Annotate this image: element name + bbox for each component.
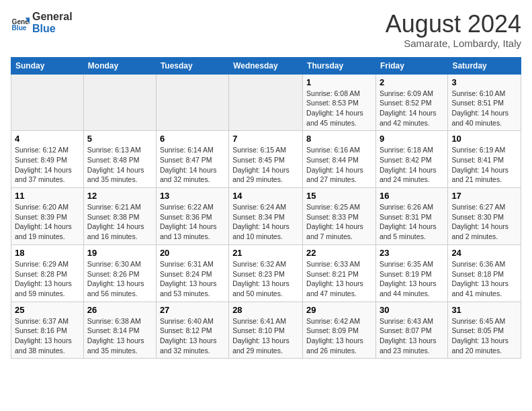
day-number: 15 (306, 191, 372, 201)
week-row-3: 11Sunrise: 6:20 AM Sunset: 8:39 PM Dayli… (11, 188, 521, 245)
cell-3-4: 14Sunrise: 6:24 AM Sunset: 8:34 PM Dayli… (229, 188, 303, 245)
col-header-friday: Friday (375, 57, 447, 74)
day-number: 24 (451, 248, 517, 258)
day-number: 4 (15, 134, 80, 144)
week-row-4: 18Sunrise: 6:29 AM Sunset: 8:28 PM Dayli… (11, 244, 521, 302)
day-info: Sunrise: 6:18 AM Sunset: 8:42 PM Dayligh… (380, 145, 444, 185)
day-info: Sunrise: 6:45 AM Sunset: 8:05 PM Dayligh… (451, 316, 517, 356)
day-info: Sunrise: 6:22 AM Sunset: 8:36 PM Dayligh… (160, 202, 225, 242)
cell-2-4: 7Sunrise: 6:15 AM Sunset: 8:45 PM Daylig… (229, 131, 303, 188)
day-number: 20 (160, 248, 225, 258)
cell-4-2: 19Sunrise: 6:30 AM Sunset: 8:26 PM Dayli… (83, 244, 156, 302)
col-header-monday: Monday (83, 57, 156, 74)
cell-4-5: 22Sunrise: 6:33 AM Sunset: 8:21 PM Dayli… (303, 244, 376, 302)
col-header-sunday: Sunday (11, 57, 84, 74)
cell-3-1: 11Sunrise: 6:20 AM Sunset: 8:39 PM Dayli… (11, 188, 84, 245)
day-number: 29 (306, 305, 372, 315)
cell-1-6: 2Sunrise: 6:09 AM Sunset: 8:52 PM Daylig… (375, 74, 447, 131)
cell-5-5: 29Sunrise: 6:42 AM Sunset: 8:09 PM Dayli… (303, 302, 376, 359)
day-number: 31 (451, 305, 517, 315)
day-info: Sunrise: 6:30 AM Sunset: 8:26 PM Dayligh… (87, 259, 152, 299)
cell-3-6: 16Sunrise: 6:26 AM Sunset: 8:31 PM Dayli… (375, 188, 447, 245)
day-info: Sunrise: 6:19 AM Sunset: 8:41 PM Dayligh… (451, 145, 517, 185)
cell-4-1: 18Sunrise: 6:29 AM Sunset: 8:28 PM Dayli… (11, 244, 84, 302)
day-number: 10 (451, 134, 517, 144)
day-info: Sunrise: 6:25 AM Sunset: 8:33 PM Dayligh… (306, 202, 372, 242)
day-info: Sunrise: 6:32 AM Sunset: 8:23 PM Dayligh… (232, 259, 299, 299)
day-info: Sunrise: 6:40 AM Sunset: 8:12 PM Dayligh… (160, 316, 225, 356)
day-info: Sunrise: 6:21 AM Sunset: 8:38 PM Dayligh… (87, 202, 152, 242)
col-header-thursday: Thursday (303, 57, 376, 74)
col-header-tuesday: Tuesday (156, 57, 228, 74)
day-info: Sunrise: 6:42 AM Sunset: 8:09 PM Dayligh… (306, 316, 372, 356)
day-number: 26 (87, 305, 152, 315)
day-number: 22 (306, 248, 372, 258)
cell-1-7: 3Sunrise: 6:10 AM Sunset: 8:51 PM Daylig… (448, 74, 521, 131)
day-number: 7 (232, 134, 299, 144)
logo-blue: Blue (32, 23, 73, 35)
day-number: 5 (87, 134, 152, 144)
week-row-2: 4Sunrise: 6:12 AM Sunset: 8:49 PM Daylig… (11, 131, 521, 188)
day-info: Sunrise: 6:31 AM Sunset: 8:24 PM Dayligh… (160, 259, 225, 299)
title-block: August 2024 Samarate, Lombardy, Italy (386, 11, 521, 49)
cell-2-2: 5Sunrise: 6:13 AM Sunset: 8:48 PM Daylig… (83, 131, 156, 188)
week-row-5: 25Sunrise: 6:37 AM Sunset: 8:16 PM Dayli… (11, 302, 521, 359)
page-header: General Blue General Blue August 2024 Sa… (11, 11, 521, 49)
day-info: Sunrise: 6:16 AM Sunset: 8:44 PM Dayligh… (306, 145, 372, 185)
day-info: Sunrise: 6:20 AM Sunset: 8:39 PM Dayligh… (15, 202, 80, 242)
logo-general: General (32, 11, 73, 23)
cell-2-3: 6Sunrise: 6:14 AM Sunset: 8:47 PM Daylig… (156, 131, 228, 188)
day-info: Sunrise: 6:15 AM Sunset: 8:45 PM Dayligh… (232, 145, 299, 185)
cell-3-7: 17Sunrise: 6:27 AM Sunset: 8:30 PM Dayli… (448, 188, 521, 245)
day-number: 30 (380, 305, 444, 315)
day-info: Sunrise: 6:38 AM Sunset: 8:14 PM Dayligh… (87, 316, 152, 356)
svg-text:Blue: Blue (12, 24, 27, 31)
day-number: 25 (15, 305, 80, 315)
day-number: 8 (306, 134, 372, 144)
day-number: 17 (451, 191, 517, 201)
day-number: 6 (160, 134, 225, 144)
day-number: 3 (451, 77, 517, 87)
day-info: Sunrise: 6:33 AM Sunset: 8:21 PM Dayligh… (306, 259, 372, 299)
day-info: Sunrise: 6:36 AM Sunset: 8:18 PM Dayligh… (451, 259, 517, 299)
cell-5-6: 30Sunrise: 6:43 AM Sunset: 8:07 PM Dayli… (375, 302, 447, 359)
cell-4-7: 24Sunrise: 6:36 AM Sunset: 8:18 PM Dayli… (448, 244, 521, 302)
day-number: 16 (380, 191, 444, 201)
subtitle: Samarate, Lombardy, Italy (386, 38, 521, 49)
day-info: Sunrise: 6:26 AM Sunset: 8:31 PM Dayligh… (380, 202, 444, 242)
day-number: 23 (380, 248, 444, 258)
day-number: 2 (380, 77, 444, 87)
cell-5-1: 25Sunrise: 6:37 AM Sunset: 8:16 PM Dayli… (11, 302, 84, 359)
day-info: Sunrise: 6:08 AM Sunset: 8:53 PM Dayligh… (306, 89, 372, 128)
calendar-table: SundayMondayTuesdayWednesdayThursdayFrid… (11, 57, 521, 359)
cell-5-3: 27Sunrise: 6:40 AM Sunset: 8:12 PM Dayli… (156, 302, 228, 359)
week-row-1: 1Sunrise: 6:08 AM Sunset: 8:53 PM Daylig… (11, 74, 521, 131)
cell-4-3: 20Sunrise: 6:31 AM Sunset: 8:24 PM Dayli… (156, 244, 228, 302)
cell-5-4: 28Sunrise: 6:41 AM Sunset: 8:10 PM Dayli… (229, 302, 303, 359)
day-number: 28 (232, 305, 299, 315)
cell-2-7: 10Sunrise: 6:19 AM Sunset: 8:41 PM Dayli… (448, 131, 521, 188)
day-number: 1 (306, 77, 372, 87)
cell-4-6: 23Sunrise: 6:35 AM Sunset: 8:19 PM Dayli… (375, 244, 447, 302)
day-info: Sunrise: 6:09 AM Sunset: 8:52 PM Dayligh… (380, 89, 444, 128)
day-info: Sunrise: 6:29 AM Sunset: 8:28 PM Dayligh… (15, 259, 80, 299)
cell-5-7: 31Sunrise: 6:45 AM Sunset: 8:05 PM Dayli… (448, 302, 521, 359)
logo: General Blue General Blue (11, 11, 73, 34)
logo-icon: General Blue (11, 13, 30, 32)
cell-3-2: 12Sunrise: 6:21 AM Sunset: 8:38 PM Dayli… (83, 188, 156, 245)
day-info: Sunrise: 6:35 AM Sunset: 8:19 PM Dayligh… (380, 259, 444, 299)
day-number: 9 (380, 134, 444, 144)
day-number: 12 (87, 191, 152, 201)
day-info: Sunrise: 6:10 AM Sunset: 8:51 PM Dayligh… (451, 89, 517, 128)
cell-1-1 (11, 74, 84, 131)
cell-3-5: 15Sunrise: 6:25 AM Sunset: 8:33 PM Dayli… (303, 188, 376, 245)
cell-2-6: 9Sunrise: 6:18 AM Sunset: 8:42 PM Daylig… (375, 131, 447, 188)
day-number: 14 (232, 191, 299, 201)
cell-1-4 (229, 74, 303, 131)
cell-1-2 (83, 74, 156, 131)
day-info: Sunrise: 6:14 AM Sunset: 8:47 PM Dayligh… (160, 145, 225, 185)
cell-3-3: 13Sunrise: 6:22 AM Sunset: 8:36 PM Dayli… (156, 188, 228, 245)
cell-1-3 (156, 74, 228, 131)
main-title: August 2024 (386, 11, 521, 38)
day-info: Sunrise: 6:27 AM Sunset: 8:30 PM Dayligh… (451, 202, 517, 242)
